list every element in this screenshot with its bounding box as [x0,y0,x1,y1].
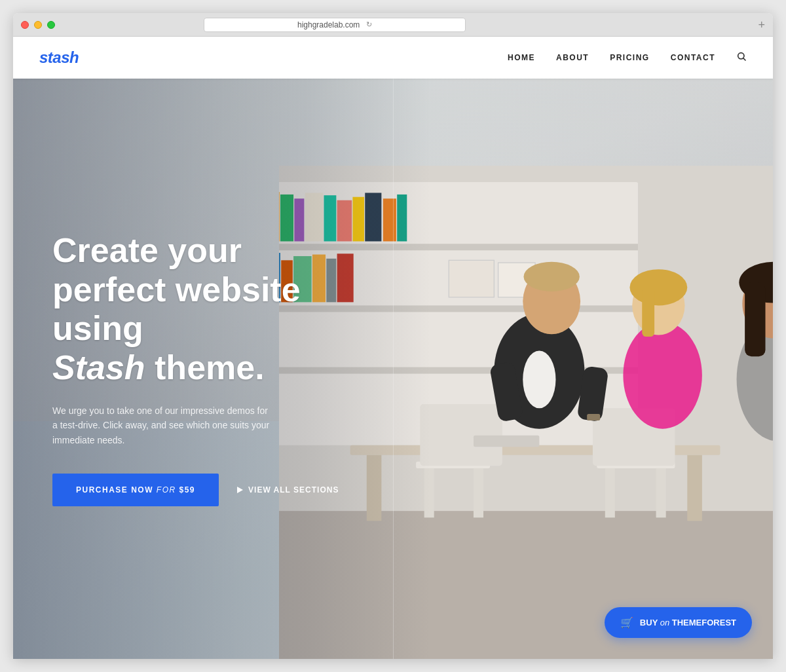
hero-title-line2: perfect website using [52,271,301,348]
purchase-button[interactable]: PURCHASE NOW for $59 [52,474,219,506]
svg-rect-30 [687,455,702,521]
hero-title-italic: Stash [52,348,145,386]
search-icon[interactable] [736,51,747,64]
play-triangle-icon [237,487,243,493]
hero-title-line1: Create your [52,231,242,269]
browser-titlebar: highgradelab.com ↻ + [13,13,773,37]
nav-link-about[interactable]: ABOUT [556,53,589,62]
purchase-label-prefix: PURCHASE NOW [76,485,157,495]
svg-point-40 [523,350,555,408]
buy-suffix: THEMEFOREST [669,618,736,627]
site-logo[interactable]: stash [39,48,79,67]
view-sections-button[interactable]: VIEW ALL SECTIONS [237,485,339,495]
refresh-icon[interactable]: ↻ [366,20,372,29]
svg-rect-33 [474,468,483,517]
nav-link-pricing[interactable]: PRICING [610,53,650,62]
buy-italic: on [660,618,669,627]
hero-actions: PURCHASE NOW for $59 VIEW ALL SECTIONS [52,474,354,506]
svg-rect-25 [449,260,494,297]
maximize-button[interactable] [47,21,55,29]
svg-point-47 [629,269,687,305]
buy-floating-button[interactable]: 🛒 BUY on THEMEFOREST [605,607,752,638]
svg-point-45 [623,322,702,428]
cart-icon: 🛒 [620,616,633,629]
svg-point-42 [523,262,579,291]
url-text: highgradelab.com [297,20,360,29]
address-bar[interactable]: highgradelab.com ↻ [204,18,466,32]
view-sections-label: VIEW ALL SECTIONS [248,485,339,495]
svg-rect-34 [420,404,502,466]
navigation: stash HOME ABOUT PRICING CONTACT [13,37,773,79]
svg-rect-37 [656,468,665,517]
hero-subtitle: We urge you to take one of our impressiv… [52,403,275,447]
hero-content: Create your perfect website using Stash … [13,79,393,659]
close-button[interactable] [21,21,29,29]
nav-link-contact[interactable]: CONTACT [671,53,715,62]
purchase-label-italic: for [157,485,176,495]
buy-text: BUY on THEMEFOREST [640,618,736,627]
svg-rect-48 [642,288,654,337]
hero-title-normal: theme. [145,348,265,386]
nav-links: HOME ABOUT PRICING CONTACT [508,51,747,64]
hero-title: Create your perfect website using Stash … [52,231,354,388]
nav-link-home[interactable]: HOME [508,53,535,62]
svg-rect-52 [745,282,765,356]
svg-rect-55 [474,436,539,447]
svg-line-57 [743,58,745,60]
minimize-button[interactable] [34,21,42,29]
buy-prefix: BUY [640,618,660,627]
svg-rect-36 [605,468,614,517]
svg-rect-54 [587,414,600,420]
new-tab-button[interactable]: + [758,19,765,31]
purchase-label-price: $59 [176,485,195,495]
website-content: stash HOME ABOUT PRICING CONTACT Create … [13,37,773,659]
